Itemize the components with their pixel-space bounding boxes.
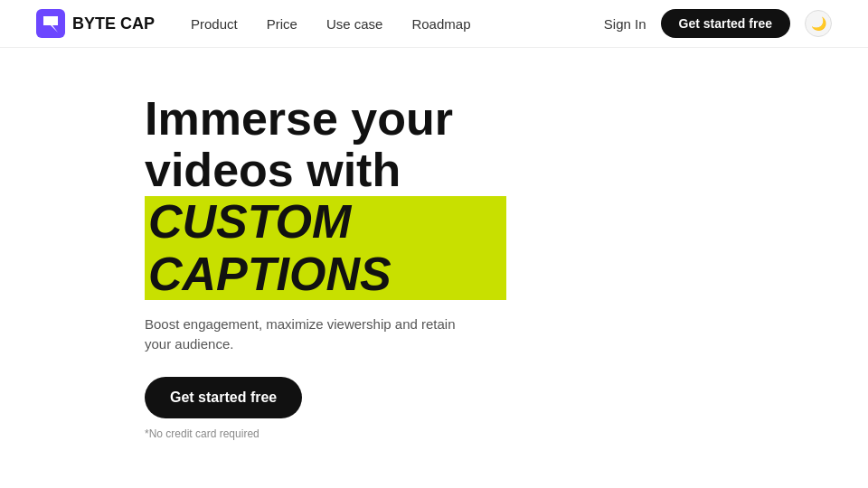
- nav-right: Sign In Get started free 🌙: [604, 9, 832, 38]
- nav-use-case[interactable]: Use case: [326, 16, 383, 32]
- hero-cta-button[interactable]: Get started free: [145, 377, 302, 418]
- hero-cta: Get started free *No credit card require…: [145, 377, 506, 440]
- sign-in-button[interactable]: Sign In: [604, 16, 646, 32]
- logo[interactable]: BYTE CAP: [36, 9, 155, 38]
- hero-title: Immerse your videos with CUSTOM CAPTIONS: [145, 93, 506, 300]
- nav-cta-button[interactable]: Get started free: [661, 9, 790, 38]
- hero-section: Immerse your videos with CUSTOM CAPTIONS…: [0, 48, 542, 476]
- logo-text: BYTE CAP: [72, 14, 155, 33]
- nav-roadmap[interactable]: Roadmap: [411, 16, 470, 32]
- nav-links: Product Price Use case Roadmap: [191, 16, 604, 32]
- hero-title-line2: videos with: [145, 144, 401, 196]
- moon-icon: 🌙: [811, 16, 826, 31]
- logo-icon: [36, 9, 65, 38]
- dark-mode-toggle[interactable]: 🌙: [805, 10, 832, 37]
- navigation: BYTE CAP Product Price Use case Roadmap …: [0, 0, 868, 48]
- hero-subtitle: Boost engagement, maximize viewership an…: [145, 314, 470, 355]
- no-credit-text: *No credit card required: [145, 427, 259, 440]
- hero-title-line1: Immerse your: [145, 92, 453, 145]
- hero-title-highlight: CUSTOM CAPTIONS: [145, 196, 506, 299]
- nav-product[interactable]: Product: [191, 16, 238, 32]
- nav-price[interactable]: Price: [267, 16, 297, 32]
